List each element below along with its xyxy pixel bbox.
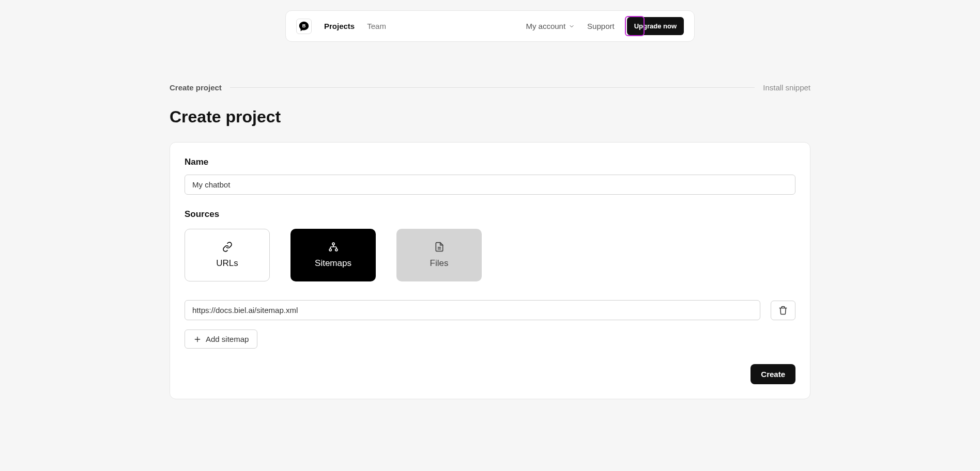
tab-sitemaps-label: Sitemaps <box>315 258 351 269</box>
tab-files[interactable]: Files <box>396 229 482 281</box>
tab-sitemaps[interactable]: Sitemaps <box>290 229 376 281</box>
my-account-dropdown[interactable]: My account <box>526 22 575 30</box>
tab-urls-label: URLs <box>216 258 238 269</box>
create-button-row: Create <box>185 364 795 384</box>
link-icon <box>222 242 233 252</box>
header-bar: B Projects Team My account Support Upgra… <box>285 10 695 42</box>
name-input[interactable] <box>185 175 795 195</box>
main-container: Create project Install snippet Create pr… <box>170 83 810 399</box>
svg-text:B: B <box>302 23 306 28</box>
breadcrumb: Create project Install snippet <box>170 83 810 92</box>
sitemap-icon <box>328 242 339 252</box>
delete-sitemap-button[interactable] <box>771 301 795 320</box>
name-label: Name <box>185 157 795 167</box>
header-right: My account Support Upgrade now <box>526 17 684 35</box>
file-icon <box>434 242 445 252</box>
nav-projects[interactable]: Projects <box>324 22 355 30</box>
upgrade-button[interactable]: Upgrade now <box>627 17 684 35</box>
header-left: B Projects Team <box>296 19 386 34</box>
sitemap-input[interactable] <box>185 300 760 320</box>
sources-label: Sources <box>185 209 795 219</box>
support-link[interactable]: Support <box>587 22 615 30</box>
add-sitemap-label: Add sitemap <box>206 335 249 343</box>
breadcrumb-step-install: Install snippet <box>763 83 810 92</box>
nav-team[interactable]: Team <box>367 22 386 30</box>
svg-point-3 <box>335 249 337 251</box>
trash-icon <box>778 306 788 315</box>
form-card: Name Sources URLs <box>170 142 810 399</box>
svg-point-2 <box>329 249 331 251</box>
svg-point-1 <box>332 243 334 245</box>
sources-tabs: URLs Sitemaps <box>185 229 795 281</box>
logo-icon: B <box>298 21 310 32</box>
tab-urls[interactable]: URLs <box>185 229 270 281</box>
breadcrumb-step-create: Create project <box>170 83 222 92</box>
chevron-down-icon <box>569 23 575 29</box>
tab-files-label: Files <box>430 258 449 269</box>
plus-icon <box>193 335 202 343</box>
breadcrumb-divider <box>230 87 755 88</box>
sources-section: Sources URLs <box>185 209 795 349</box>
sitemap-row <box>185 300 795 320</box>
my-account-label: My account <box>526 22 565 30</box>
add-sitemap-button[interactable]: Add sitemap <box>185 329 257 349</box>
logo[interactable]: B <box>296 19 312 34</box>
page-title: Create project <box>170 107 810 127</box>
create-button[interactable]: Create <box>751 364 795 384</box>
